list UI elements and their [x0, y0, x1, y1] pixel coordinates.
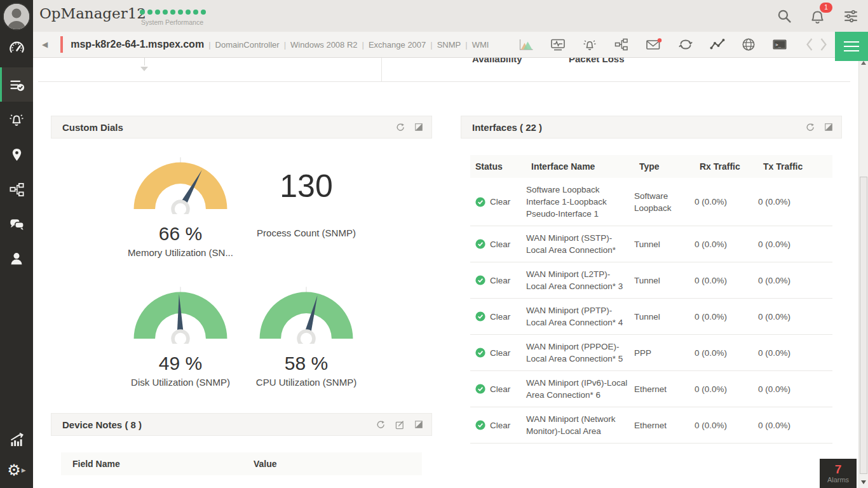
- scroll-up-arrow-icon[interactable]: [861, 61, 866, 65]
- attribute-separator: |: [362, 40, 364, 50]
- sidebar-item-alarms[interactable]: [0, 104, 33, 135]
- sidebar-item-monitoring[interactable]: [0, 32, 33, 64]
- sync-loop-icon: [677, 37, 694, 52]
- tx-traffic-cell: 0 (0.0%): [758, 240, 815, 249]
- prev-chevron-button[interactable]: [806, 37, 813, 51]
- status-clear-icon: [475, 311, 485, 322]
- expand-split-icon: [825, 123, 832, 131]
- status-label: Clear: [490, 276, 510, 285]
- sidebar-item-chat[interactable]: [0, 208, 33, 240]
- chat-icon: [8, 215, 25, 233]
- device-notes-header: Device Notes ( 8 ): [51, 413, 432, 436]
- settings-sliders-icon: [843, 8, 859, 24]
- sidebar-item-maps[interactable]: [0, 139, 33, 170]
- alarm-bell-button[interactable]: [581, 37, 598, 52]
- column-divider: [381, 58, 382, 81]
- panel-divider-tick: [144, 58, 145, 65]
- rx-traffic-cell: 0 (0.0%): [695, 276, 758, 285]
- web-globe-button[interactable]: [741, 37, 756, 52]
- scroll-down-arrow-icon[interactable]: [861, 480, 866, 484]
- status-dot: [155, 10, 160, 15]
- device-attribute: SNMP: [437, 40, 461, 50]
- device-name[interactable]: msp-k8r2e-64-1.mspex.com: [71, 39, 204, 50]
- status-clear-icon: [475, 384, 485, 394]
- status-dot: [170, 10, 175, 15]
- status-dot: [201, 10, 206, 15]
- user-icon: [8, 250, 25, 267]
- interface-name-cell: WAN Miniport (Network Monitor)-Local Are…: [526, 413, 634, 437]
- dials-grid: 66 %Memory Utilization (SN...130Process …: [51, 139, 432, 388]
- workflow-icon: [8, 181, 25, 198]
- refresh-button[interactable]: [395, 123, 405, 132]
- avatar[interactable]: [3, 3, 31, 30]
- device-notes-panel: Device Notes ( 8 ): [51, 413, 432, 475]
- column-header-interface-name: Interface Name: [531, 161, 639, 172]
- alarms-badge[interactable]: 7 Alarms: [820, 459, 857, 488]
- sidebar-item-inventory[interactable]: [0, 67, 33, 102]
- dial-value: 66 %: [159, 223, 202, 245]
- search-icon: [776, 8, 792, 24]
- web-globe-icon: [741, 37, 756, 52]
- type-cell: Ethernet: [634, 383, 695, 395]
- edit-button[interactable]: [395, 420, 405, 430]
- sidebar-item-users[interactable]: [0, 243, 33, 274]
- expand-split-icon: [415, 421, 423, 428]
- sync-loop-button[interactable]: [677, 37, 694, 52]
- panel-title: Device Notes ( 8 ): [62, 419, 142, 430]
- expand-button[interactable]: [415, 421, 423, 428]
- settings-button[interactable]: [843, 8, 859, 24]
- status-cell: Clear: [470, 275, 526, 285]
- vertical-scrollbar[interactable]: [858, 58, 868, 488]
- interfaces-table-body: ClearSoftware Loopback Interface 1-Loopb…: [470, 178, 832, 444]
- device-attribute: Windows 2008 R2: [290, 40, 358, 50]
- performance-chart-button[interactable]: [518, 37, 534, 52]
- status-label: Clear: [490, 421, 510, 430]
- left-sidebar: ⚙ ▶: [0, 0, 33, 488]
- interfaces-panel: Interfaces ( 22 ): [461, 116, 842, 444]
- terminal-button[interactable]: >_: [771, 37, 788, 52]
- notifications-button[interactable]: 1: [809, 8, 826, 25]
- refresh-button[interactable]: [376, 420, 385, 430]
- menu-hamburger-button[interactable]: [835, 32, 868, 61]
- status-cell: Clear: [470, 239, 526, 249]
- edit-icon: [395, 420, 405, 430]
- back-chevron-icon[interactable]: ◀: [42, 40, 48, 49]
- workflow-button[interactable]: [613, 37, 630, 52]
- interface-table-row[interactable]: ClearWAN Miniport (Network Monitor)-Loca…: [470, 407, 832, 444]
- attribute-separator: |: [430, 40, 432, 50]
- interface-table-row[interactable]: ClearWAN Miniport (L2TP)-Local Area Conn…: [470, 262, 832, 299]
- mail-button[interactable]: [645, 37, 662, 52]
- scrollbar-thumb[interactable]: [860, 177, 867, 474]
- alarm-bell-icon: [8, 111, 25, 128]
- line-graph-button[interactable]: [709, 37, 726, 52]
- type-cell: Tunnel: [634, 238, 695, 250]
- line-graph-icon: [709, 37, 726, 52]
- interface-table-row[interactable]: ClearWAN Miniport (IPv6)-Local Area Conn…: [470, 371, 832, 407]
- status-clear-icon: [475, 420, 485, 430]
- tx-traffic-cell: 0 (0.0%): [758, 421, 815, 430]
- reports-chart-icon: [8, 431, 25, 449]
- terminal-icon: >_: [771, 37, 788, 52]
- dial-value: 130: [280, 168, 332, 205]
- monitor-pulse-button[interactable]: [550, 37, 566, 52]
- status-cell: Clear: [470, 197, 526, 207]
- next-chevron-button[interactable]: [820, 37, 827, 51]
- interface-table-row[interactable]: ClearSoftware Loopback Interface 1-Loopb…: [470, 178, 832, 226]
- interface-table-row[interactable]: ClearWAN Miniport (PPPOE)-Local Area Con…: [470, 335, 832, 371]
- sidebar-item-workflows[interactable]: [0, 173, 33, 205]
- status-clear-icon: [475, 275, 485, 285]
- expand-button[interactable]: [825, 123, 832, 131]
- collapse-triangle-icon[interactable]: [140, 67, 148, 71]
- type-cell: Tunnel: [634, 274, 695, 287]
- sidebar-item-reports[interactable]: [0, 424, 33, 456]
- interface-table-row[interactable]: ClearWAN Miniport (PPTP)-Local Area Conn…: [470, 299, 832, 335]
- refresh-button[interactable]: [805, 123, 815, 132]
- attribute-separator: |: [284, 40, 286, 50]
- column-header-value: Value: [254, 459, 277, 469]
- status-cell: Clear: [470, 420, 526, 430]
- expand-button[interactable]: [415, 123, 423, 131]
- sidebar-item-settings[interactable]: ⚙ ▶: [0, 454, 33, 486]
- interface-name-cell: WAN Miniport (IPv6)-Local Area Connectio…: [526, 377, 634, 401]
- search-button[interactable]: [776, 8, 792, 24]
- interface-table-row[interactable]: ClearWAN Miniport (SSTP)-Local Area Conn…: [470, 226, 832, 262]
